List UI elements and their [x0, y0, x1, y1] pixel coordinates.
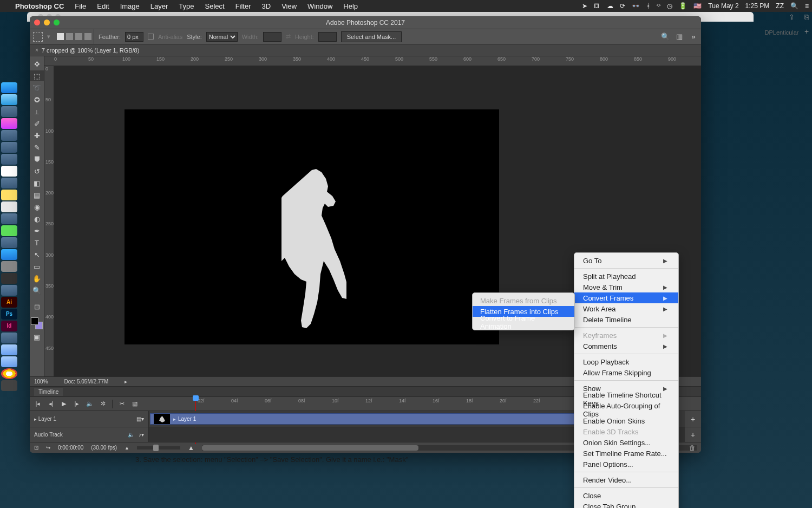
style-select[interactable]: Normal	[206, 32, 238, 42]
workspace-icon[interactable]: ▥	[675, 32, 684, 41]
menu-item[interactable]: Close	[574, 490, 678, 501]
tool-gradient[interactable]: ▤	[30, 190, 44, 200]
menu-item[interactable]: Split at Playhead	[574, 271, 678, 282]
zoom-mountain-large-icon[interactable]: ▲	[188, 444, 194, 452]
tool-lasso[interactable]: ➰	[30, 82, 44, 93]
tab-timeline[interactable]: Timeline	[34, 388, 63, 396]
tool-eyedropper[interactable]: ✐	[30, 118, 44, 129]
trash-icon[interactable]: 🗑	[689, 444, 696, 452]
tool-marquee[interactable]: ⬚	[30, 70, 44, 81]
menu-help[interactable]: Help	[338, 2, 363, 10]
wechat-icon[interactable]: ☁	[607, 2, 613, 10]
menu-item[interactable]: Panel Options...	[574, 459, 678, 470]
minimize-window-button[interactable]	[44, 19, 50, 25]
menu-item[interactable]: Loop Playback	[574, 356, 678, 367]
dock-appstore[interactable]	[1, 249, 17, 260]
window-titlebar[interactable]: Adobe Photoshop CC 2017	[30, 16, 701, 29]
menu-window[interactable]: Window	[302, 2, 338, 10]
menu-file[interactable]: File	[69, 2, 91, 10]
menubar-list-icon[interactable]: ≡	[805, 2, 809, 10]
menu-item[interactable]: Set Timeline Frame Rate...	[574, 448, 678, 459]
dock-finder[interactable]	[1, 82, 17, 93]
close-window-button[interactable]	[34, 19, 40, 25]
menu-item[interactable]: Allow Frame Skipping	[574, 367, 678, 378]
menu-edit[interactable]: Edit	[91, 2, 114, 10]
background-tab[interactable]: DPLenticular	[755, 27, 809, 38]
dock-chrome[interactable]	[1, 368, 17, 379]
menu-view[interactable]: View	[276, 2, 302, 10]
menubar-time[interactable]: 1:25 PM	[745, 2, 770, 10]
dock-app[interactable]	[1, 333, 17, 343]
sync-icon[interactable]: ⟳	[620, 2, 625, 10]
tool-screenmode[interactable]: ▣	[30, 331, 44, 342]
menu-item[interactable]: Go To▶	[574, 255, 678, 266]
add-audio-button[interactable]: +	[685, 427, 701, 442]
dock-settings[interactable]	[1, 261, 17, 272]
dock-app[interactable]	[1, 178, 17, 188]
search-icon[interactable]: 🔍	[661, 32, 670, 41]
tool-zoom[interactable]: 🔍	[30, 285, 44, 296]
audio-options-icon[interactable]: ♪▾	[139, 432, 144, 438]
menu-item[interactable]: Enable Auto-Grouping of Clips	[574, 405, 678, 415]
tool-stamp[interactable]: ⛊	[30, 154, 44, 165]
selection-new-icon[interactable]	[57, 33, 64, 40]
zoom-mountain-small-icon[interactable]: ▲	[125, 445, 129, 451]
submenu-item[interactable]: Convert to Frame Animation	[473, 317, 574, 328]
dock-illustrator[interactable]: Ai	[1, 297, 17, 308]
transition-icon[interactable]: ▧	[131, 400, 139, 407]
dock-trash[interactable]	[1, 380, 17, 391]
menu-item[interactable]: Work Area▶	[574, 303, 678, 314]
dock-messages[interactable]	[1, 225, 17, 236]
dropbox-icon[interactable]: ⛋	[594, 2, 600, 10]
wifi-icon[interactable]: ⌔	[657, 2, 660, 10]
next-frame-icon[interactable]: |▸	[73, 400, 81, 407]
menu-3d[interactable]: 3D	[257, 2, 277, 10]
zoom-window-button[interactable]	[54, 19, 60, 25]
status-arrow-icon[interactable]: ▸	[125, 379, 127, 385]
doc-size[interactable]: Doc: 5.05M/2.77M	[64, 379, 109, 385]
spotlight-icon[interactable]: 🔍	[790, 2, 798, 10]
glasses-icon[interactable]: 👓	[632, 2, 640, 10]
dock-calendar[interactable]	[1, 166, 17, 177]
menu-item[interactable]: Comments▶	[574, 341, 678, 351]
ruler-horizontal[interactable]: 0501001502002503003504004505005506006507…	[44, 56, 701, 66]
menu-item[interactable]: Convert Frames▶Make Frames from ClipsFla…	[574, 292, 678, 303]
split-icon[interactable]: ✂	[118, 400, 126, 407]
dock-app[interactable]	[1, 285, 17, 296]
fps-label[interactable]: (30.00 fps)	[91, 445, 117, 451]
tool-hand[interactable]: ✋	[30, 273, 44, 284]
tool-quick-select[interactable]: ✪	[30, 94, 44, 105]
add-media-button[interactable]: +	[685, 411, 701, 427]
zoom-level[interactable]: 100%	[34, 379, 48, 385]
tool-blur[interactable]: ◉	[30, 201, 44, 212]
background-new-tab[interactable]: +	[801, 27, 812, 36]
menu-select[interactable]: Select	[199, 2, 230, 10]
audio-mute-icon[interactable]: 🔈	[128, 432, 134, 438]
layer-options-icon[interactable]: ▤▾	[136, 416, 144, 422]
menu-layer[interactable]: Layer	[145, 2, 174, 10]
menu-type[interactable]: Type	[173, 2, 199, 10]
play-icon[interactable]: ▶	[60, 400, 68, 407]
menu-item[interactable]: Move & Trim▶	[574, 282, 678, 292]
dock-itunes[interactable]	[1, 118, 17, 129]
tool-move[interactable]: ✥	[30, 58, 44, 69]
dock-app[interactable]	[1, 154, 17, 165]
tool-eraser[interactable]: ◧	[30, 178, 44, 188]
timecode[interactable]: 0:00:00:00	[58, 445, 83, 451]
dock-photoshop[interactable]: Ps	[1, 309, 17, 320]
menu-item[interactable]: Close Tab Group	[574, 501, 678, 508]
tool-dodge[interactable]: ◐	[30, 213, 44, 224]
dock-app[interactable]	[1, 273, 17, 284]
prev-frame-icon[interactable]: ◂|	[47, 400, 55, 407]
app-name[interactable]: Photoshop CC	[15, 2, 69, 10]
menu-item[interactable]: Delete Timeline	[574, 314, 678, 325]
dock-photos[interactable]	[1, 213, 17, 224]
menubar-user[interactable]: ZZ	[776, 2, 784, 10]
dock-safari[interactable]	[1, 94, 17, 105]
flag-icon[interactable]: 🇺🇸	[693, 2, 702, 10]
timeline-zoom-slider[interactable]	[137, 446, 180, 450]
dock-folder[interactable]	[1, 344, 17, 355]
tool-history-brush[interactable]: ↺	[30, 166, 44, 177]
clip-expand-icon[interactable]: ▸	[173, 416, 176, 422]
bluetooth-icon[interactable]: ᚼ	[646, 2, 650, 10]
